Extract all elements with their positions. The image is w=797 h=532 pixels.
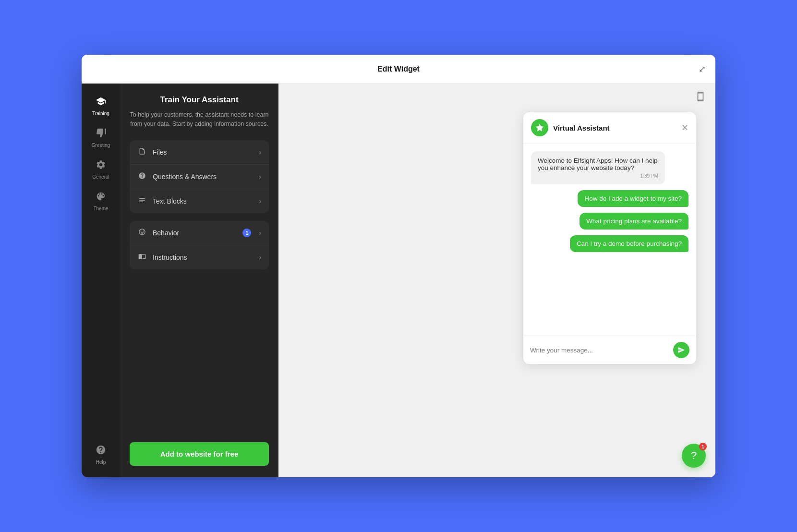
train-title: Train Your Assistant — [130, 95, 269, 105]
add-to-website-button[interactable]: Add to website for free — [130, 442, 269, 466]
text-blocks-icon — [137, 196, 147, 206]
files-icon — [137, 147, 147, 157]
app-window: Edit Widget ⤢ Training Greeting — [82, 55, 715, 477]
training-icon — [96, 96, 106, 109]
menu-item-instructions[interactable]: Instructions › — [130, 245, 269, 269]
chat-messages: Welcome to Elfsight Apps! How can I help… — [523, 144, 696, 336]
behavior-label: Behavior — [153, 229, 237, 237]
user-message-2: What pricing plans are available? — [580, 213, 688, 230]
behavior-chevron: › — [259, 229, 261, 237]
chat-input-row — [523, 336, 696, 364]
sidebar-item-greeting[interactable]: Greeting — [85, 123, 117, 153]
general-label: General — [92, 174, 109, 180]
qa-chevron: › — [259, 173, 261, 181]
greeting-icon — [96, 128, 106, 141]
sidebar-item-theme[interactable]: Theme — [85, 186, 117, 216]
help-label: Help — [96, 459, 106, 465]
theme-label: Theme — [93, 206, 108, 211]
behavior-icon — [137, 228, 147, 238]
menu-item-qa[interactable]: Questions & Answers › — [130, 165, 269, 189]
train-desc: To help your customers, the assistant ne… — [130, 110, 269, 129]
help-fab-badge: 1 — [699, 443, 707, 450]
menu-group-2: Behavior 1 › Instructions › — [130, 221, 269, 269]
menu-item-files[interactable]: Files › — [130, 140, 269, 165]
behavior-badge: 1 — [242, 229, 251, 237]
text-blocks-chevron: › — [259, 197, 261, 205]
menu-group-1: Files › Questions & Answers › — [130, 140, 269, 213]
chat-header: Virtual Assistant ✕ — [523, 112, 696, 144]
qa-label: Questions & Answers — [153, 173, 253, 181]
title-bar: Edit Widget ⤢ — [82, 55, 715, 84]
files-chevron: › — [259, 148, 261, 156]
instructions-label: Instructions — [153, 254, 253, 261]
window-title: Edit Widget — [377, 65, 420, 73]
general-icon — [96, 159, 106, 172]
expand-icon[interactable]: ⤢ — [699, 64, 706, 74]
chat-title: Virtual Assistant — [553, 124, 676, 132]
instructions-icon — [137, 253, 147, 262]
user-message-1: How do I add a widget to my site? — [578, 190, 688, 207]
bot-message-1: Welcome to Elfsight Apps! How can I help… — [531, 151, 665, 184]
preview-area: Virtual Assistant ✕ Welcome to Elfsight … — [278, 84, 715, 477]
train-panel: Train Your Assistant To help your custom… — [120, 84, 278, 477]
text-blocks-label: Text Blocks — [153, 197, 253, 205]
main-content: Training Greeting General — [82, 84, 715, 477]
sidebar-item-help[interactable]: Help — [85, 440, 117, 470]
sidebar-item-general[interactable]: General — [85, 155, 117, 184]
assistant-avatar — [531, 119, 548, 136]
help-fab-button[interactable]: ? 1 — [682, 444, 706, 468]
help-icon — [96, 445, 106, 458]
menu-item-behavior[interactable]: Behavior 1 › — [130, 221, 269, 245]
icon-sidebar: Training Greeting General — [82, 84, 120, 477]
training-label: Training — [92, 111, 109, 116]
chat-input[interactable] — [530, 347, 668, 354]
chat-widget: Virtual Assistant ✕ Welcome to Elfsight … — [523, 112, 696, 364]
chat-send-button[interactable] — [673, 342, 689, 358]
instructions-chevron: › — [259, 254, 261, 261]
menu-item-text-blocks[interactable]: Text Blocks › — [130, 189, 269, 213]
greeting-label: Greeting — [92, 143, 110, 148]
device-icon[interactable] — [695, 91, 706, 104]
user-message-3: Can I try a demo before purchasing? — [570, 235, 688, 252]
help-fab-icon: ? — [691, 449, 697, 462]
chat-close-button[interactable]: ✕ — [681, 122, 688, 133]
message-time: 1:39 PM — [538, 173, 658, 179]
theme-icon — [96, 191, 106, 204]
sidebar-item-training[interactable]: Training — [85, 91, 117, 121]
qa-icon — [137, 172, 147, 181]
files-label: Files — [153, 148, 253, 156]
